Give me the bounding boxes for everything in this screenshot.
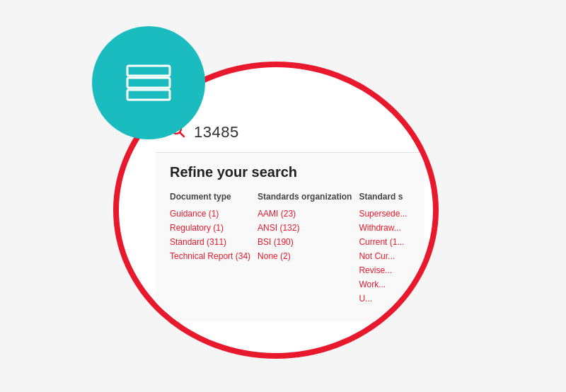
filter-column-document-type: Document type Guidance (1) Regulatory (1…	[170, 192, 250, 308]
svg-rect-2	[127, 90, 170, 100]
svg-rect-0	[127, 66, 170, 76]
svg-rect-1	[127, 78, 170, 88]
filter-item-not-current[interactable]: Not Cur...	[359, 251, 410, 261]
filter-item[interactable]: Current (1...	[359, 237, 410, 247]
filters-grid: Document type Guidance (1) Regulatory (1…	[170, 192, 410, 308]
col-header-document-type: Document type	[170, 192, 250, 202]
filter-item[interactable]: BSI (190)	[258, 237, 352, 247]
teal-circle	[92, 26, 205, 139]
filter-item[interactable]: None (2)	[258, 251, 352, 261]
refine-title: Refine your search	[170, 164, 410, 180]
filter-item[interactable]: AAMI (23)	[258, 209, 352, 219]
search-bar[interactable]: 13485	[156, 113, 424, 153]
search-results-card: 13485 Refine your search Document type G…	[156, 113, 424, 322]
search-query-value: 13485	[194, 123, 239, 142]
filter-item[interactable]: Supersede...	[359, 209, 410, 219]
filter-item[interactable]: Technical Report (34)	[170, 251, 250, 261]
filter-item[interactable]: Regulatory (1)	[170, 223, 250, 233]
col-header-standard-status: Standard s	[359, 192, 410, 202]
refine-section: Refine your search Document type Guidanc…	[156, 153, 424, 322]
layers-icon	[124, 64, 173, 101]
filter-item[interactable]: U...	[359, 294, 410, 304]
filter-item[interactable]: Withdraw...	[359, 223, 410, 233]
svg-line-4	[180, 133, 185, 137]
col-header-standards-org: Standards organization	[258, 192, 352, 202]
scene: 13485 Refine your search Document type G…	[71, 26, 495, 366]
filter-item[interactable]: Revise...	[359, 265, 410, 275]
filter-column-standard-status: Standard s Supersede... Withdraw... Curr…	[359, 192, 410, 308]
filter-column-standards-org: Standards organization AAMI (23) ANSI (1…	[258, 192, 352, 308]
filter-item[interactable]: Work...	[359, 279, 410, 289]
filter-item[interactable]: ANSI (132)	[258, 223, 352, 233]
filter-item[interactable]: Guidance (1)	[170, 209, 250, 219]
filter-item[interactable]: Standard (311)	[170, 237, 250, 247]
layers-svg-icon	[124, 64, 173, 101]
